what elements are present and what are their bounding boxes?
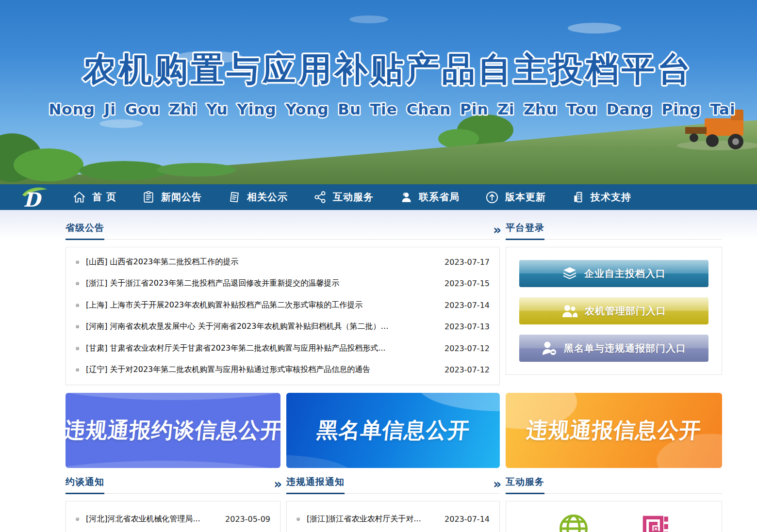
support-icon	[572, 191, 584, 204]
bullet-icon	[76, 517, 79, 521]
login-box: 企业自主投档入口 农机管理部门入口 黑名单与违规通报部门入口	[506, 247, 722, 375]
section-header: 违规通报通知 »	[286, 476, 500, 494]
section-header: 约谈通知 »	[66, 476, 280, 494]
nav-item-notices[interactable]: 相关公示	[228, 191, 288, 204]
news-icon	[142, 191, 155, 204]
announcement-item[interactable]: [山西] 山西省2023年第二批投档工作的提示 2023-07-17	[66, 257, 499, 267]
nav-item-support[interactable]: 技术支持	[572, 191, 631, 204]
nav-item-interactive[interactable]: 互动服务	[313, 191, 374, 204]
logo-icon: D	[16, 186, 52, 209]
globe-icon[interactable]	[557, 512, 590, 532]
bullet-icon	[76, 282, 79, 285]
platform-login-section: 平台登录 企业自主投档入口 农机管理部门入口	[506, 222, 722, 385]
announcement-date: 2023-05-09	[225, 515, 270, 524]
announcement-date: 2023-07-14	[444, 515, 490, 524]
more-chevron-icon[interactable]: »	[493, 478, 500, 493]
section-header: 互动服务	[506, 476, 722, 494]
nav-item-label: 新闻公告	[161, 191, 202, 204]
nav-item-label: 相关公示	[247, 191, 288, 204]
announcement-text: [浙江]浙江省农业农村厅关于对...	[307, 514, 436, 524]
more-chevron-icon[interactable]: »	[493, 224, 500, 239]
more-chevron-icon[interactable]: »	[274, 478, 280, 493]
user-minus-icon	[542, 341, 557, 355]
home-icon	[73, 191, 86, 204]
nav-item-label: 首 页	[92, 191, 116, 204]
announcement-item[interactable]: [河南] 河南省农机农垦发展中心 关于河南省2023年农机购置补贴归档机具（第二…	[66, 322, 499, 332]
announcement-text: [辽宁] 关于对2023年第二批农机购置与应用补贴通过形式审核投档产品信息的通告	[86, 365, 436, 375]
login-button-label: 黑名单与违规通报部门入口	[564, 342, 686, 355]
violation-list: [浙江]浙江省农业农村厅关于对... 2023-07-14	[286, 501, 500, 532]
banner-titles: 农机购置与应用补贴产品自主投档平台 Nong Ji Gou Zhi Yu Yin…	[0, 0, 757, 184]
nav-item-label: 技术支持	[591, 191, 631, 204]
announcement-list: [山西] 山西省2023年第二批投档工作的提示 2023-07-17 [浙江] …	[66, 247, 500, 385]
announcement-item[interactable]: [上海] 上海市关于开展2023年农机购置补贴投档产品第二次形式审核的工作提示 …	[66, 300, 499, 310]
section-header: 省级公告 »	[66, 222, 500, 240]
announcement-item[interactable]: [浙江]浙江省农业农村厅关于对... 2023-07-14	[287, 514, 499, 524]
announcement-date: 2023-07-13	[444, 322, 490, 331]
section-title: 违规通报通知	[286, 476, 345, 494]
interview-notices-section: 约谈通知 » [河北]河北省农业机械化管理局... 2023-05-09	[66, 476, 280, 532]
bullet-icon	[76, 347, 79, 350]
section-title: 约谈通知	[66, 476, 104, 494]
card-label: 黑名单信息公开	[315, 416, 471, 445]
hero-banner: 农机购置与应用补贴产品自主投档平台 Nong Ji Gou Zhi Yu Yin…	[0, 0, 757, 184]
announcement-text: [甘肃] 甘肃省农业农村厅关于甘肃省2023年第二批农机购置与应用补贴产品投档形…	[86, 343, 436, 354]
main-nav: D 首 页 新闻公告 相关公示 互动服务	[0, 184, 757, 210]
violation-notices-section: 违规通报通知 » [浙江]浙江省农业农村厅关于对... 2023-07-14	[286, 476, 500, 532]
machinery-admin-entry-button[interactable]: 农机管理部门入口	[519, 297, 708, 324]
nav-item-label: 联系省局	[419, 191, 460, 204]
card-label: 违规通报约谈信息公开	[66, 416, 280, 445]
nav-item-updates[interactable]: 版本更新	[485, 191, 546, 204]
violation-interview-info-card[interactable]: 违规通报约谈信息公开	[66, 393, 280, 468]
announcement-text: [浙江] 关于浙江省2023年第二批投档产品退回修改并重新提交的温馨提示	[86, 278, 436, 289]
enterprise-filing-entry-button[interactable]: 企业自主投档入口	[519, 260, 708, 287]
login-button-label: 农机管理部门入口	[585, 305, 666, 318]
page: 农机购置与应用补贴产品自主投档平台 Nong Ji Gou Zhi Yu Yin…	[0, 0, 757, 532]
bullet-icon	[76, 368, 79, 371]
violation-report-info-card[interactable]: 违规通报信息公开	[506, 393, 722, 468]
site-title: 农机购置与应用补贴产品自主投档平台	[82, 50, 693, 88]
announcement-item[interactable]: [浙江] 关于浙江省2023年第二批投档产品退回修改并重新提交的温馨提示 202…	[66, 278, 499, 289]
interactive-services-box	[506, 501, 722, 532]
share-icon	[313, 191, 327, 204]
announcement-item[interactable]: [河北]河北省农业机械化管理局... 2023-05-09	[66, 514, 280, 524]
contact-icon	[399, 191, 412, 204]
announcement-date: 2023-07-15	[444, 279, 490, 288]
interactive-services-section: 互动服务	[506, 476, 722, 532]
blacklist-dept-entry-button[interactable]: 黑名单与违规通报部门入口	[519, 335, 708, 362]
announcement-item[interactable]: [甘肃] 甘肃省农业农村厅关于甘肃省2023年第二批农机购置与应用补贴产品投档形…	[66, 343, 499, 354]
announcement-date: 2023-07-14	[444, 301, 490, 310]
bullet-icon	[76, 304, 79, 307]
announcement-text: [山西] 山西省2023年第二批投档工作的提示	[86, 257, 436, 267]
site-title-pinyin: Nong Ji Gou Zhi Yu Ying Yong Bu Tie Chan…	[49, 100, 735, 118]
layers-icon	[562, 266, 577, 281]
section-title: 省级公告	[66, 222, 104, 240]
section-header: 平台登录	[506, 222, 722, 240]
main-content: 省级公告 » [山西] 山西省2023年第二批投档工作的提示 2023-07-1…	[0, 210, 757, 532]
interview-list: [河北]河北省农业机械化管理局... 2023-05-09	[66, 501, 280, 532]
announcement-text: [河南] 河南省农机农垦发展中心 关于河南省2023年农机购置补贴归档机具（第二…	[86, 322, 436, 332]
announcement-date: 2023-07-12	[444, 344, 490, 353]
provincial-announcements-section: 省级公告 » [山西] 山西省2023年第二批投档工作的提示 2023-07-1…	[66, 222, 500, 385]
nav-item-label: 互动服务	[333, 191, 374, 204]
login-button-label: 企业自主投档入口	[584, 267, 666, 280]
card-label: 违规通报信息公开	[525, 416, 703, 445]
nav-item-label: 版本更新	[505, 191, 546, 204]
announcement-date: 2023-07-17	[444, 258, 490, 267]
section-title: 平台登录	[506, 222, 544, 240]
section-title: 互动服务	[506, 476, 544, 494]
notice-icon	[228, 191, 241, 204]
announcement-text: [河北]河北省农业机械化管理局...	[86, 514, 216, 524]
users-icon	[561, 304, 578, 318]
filing-portal-icon[interactable]	[639, 512, 671, 532]
bullet-icon	[76, 260, 79, 264]
blacklist-info-card[interactable]: 黑名单信息公开	[286, 393, 500, 468]
nav-item-news[interactable]: 新闻公告	[142, 191, 202, 204]
announcement-item[interactable]: [辽宁] 关于对2023年第二批农机购置与应用补贴通过形式审核投档产品信息的通告…	[66, 365, 499, 375]
svg-text:D: D	[23, 188, 42, 209]
bullet-icon	[296, 517, 300, 521]
nav-item-contact[interactable]: 联系省局	[399, 191, 460, 204]
site-logo[interactable]: D	[16, 186, 52, 209]
update-icon	[485, 191, 499, 204]
nav-item-home[interactable]: 首 页	[73, 191, 116, 204]
